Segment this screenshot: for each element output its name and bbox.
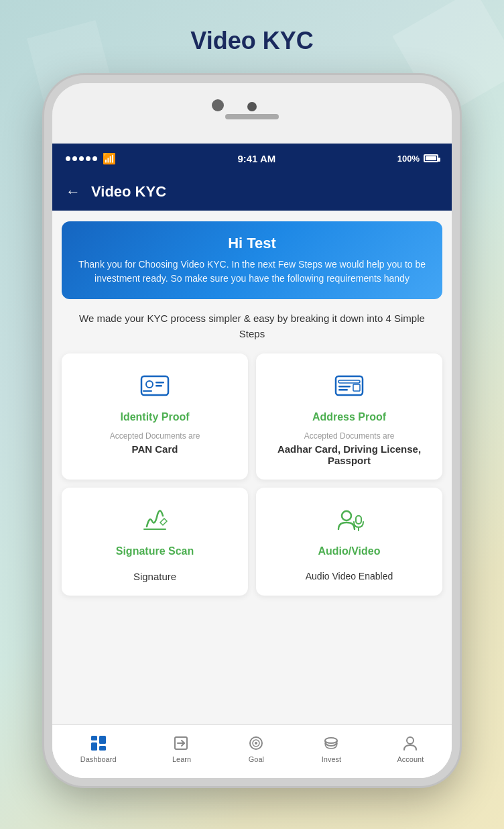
identity-proof-icon bbox=[136, 367, 174, 404]
svg-point-21 bbox=[255, 742, 257, 744]
signature-scan-title: Signature Scan bbox=[116, 545, 194, 557]
dashboard-icon bbox=[89, 734, 108, 753]
invest-icon bbox=[322, 734, 340, 753]
welcome-name: Hi Test bbox=[72, 235, 432, 252]
welcome-text: Thank you for Choosing Video KYC. In the… bbox=[72, 258, 432, 286]
page-title: Video KYC bbox=[190, 27, 313, 55]
app-header: ← Video KYC bbox=[52, 173, 452, 211]
welcome-banner: Hi Test Thank you for Choosing Video KYC… bbox=[62, 221, 442, 299]
svg-point-1 bbox=[146, 381, 153, 388]
signature-scan-icon bbox=[136, 501, 174, 539]
front-camera-icon bbox=[212, 99, 224, 111]
power-button bbox=[458, 237, 460, 291]
nav-dashboard[interactable]: Dashboard bbox=[80, 734, 117, 763]
svg-rect-13 bbox=[91, 736, 97, 740]
phone-screen: 📶 9:41 AM 100% ← Video KYC Hi Test Thank… bbox=[52, 144, 452, 778]
bottom-nav: Dashboard Learn bbox=[52, 724, 452, 778]
address-proof-subtitle: Accepted Documents are bbox=[304, 431, 395, 441]
camera-icon bbox=[247, 102, 257, 111]
signal-dot-2 bbox=[72, 156, 77, 161]
nav-goal[interactable]: Goal bbox=[247, 734, 265, 763]
back-button[interactable]: ← bbox=[66, 183, 80, 201]
goal-icon bbox=[247, 734, 265, 753]
status-time: 9:41 AM bbox=[237, 153, 275, 164]
svg-rect-4 bbox=[143, 390, 152, 392]
signal-dots bbox=[66, 156, 97, 161]
audio-video-title: Audio/Video bbox=[318, 545, 380, 557]
signal-dot-3 bbox=[79, 156, 84, 161]
phone-top bbox=[52, 83, 452, 144]
nav-learn[interactable]: Learn bbox=[172, 734, 191, 763]
speaker-icon bbox=[225, 114, 279, 119]
address-proof-icon bbox=[330, 367, 368, 404]
audio-video-icon bbox=[330, 501, 368, 539]
learn-icon bbox=[172, 734, 191, 753]
status-right: 100% bbox=[397, 154, 438, 164]
nav-account[interactable]: Account bbox=[397, 734, 424, 763]
address-proof-card[interactable]: Address Proof Accepted Documents are Aad… bbox=[256, 353, 442, 480]
address-proof-doc: Aadhar Card, Driving License, Passport bbox=[265, 443, 433, 466]
nav-goal-label: Goal bbox=[249, 755, 264, 763]
audio-video-doc: Audio Video Enabled bbox=[306, 571, 393, 582]
svg-rect-8 bbox=[338, 389, 348, 391]
svg-point-22 bbox=[325, 738, 337, 743]
nav-invest-label: Invest bbox=[322, 755, 341, 763]
svg-rect-0 bbox=[141, 376, 168, 395]
svg-rect-2 bbox=[155, 382, 164, 384]
phone-frame: 📶 9:41 AM 100% ← Video KYC Hi Test Thank… bbox=[44, 75, 460, 786]
volume-up-button bbox=[44, 224, 46, 264]
signature-scan-doc: Signature bbox=[133, 571, 176, 582]
info-text: We made your KYC process simpler & easy … bbox=[72, 311, 432, 341]
svg-rect-3 bbox=[155, 385, 162, 387]
volume-mute-button bbox=[44, 184, 46, 211]
identity-proof-doc: PAN Card bbox=[132, 443, 178, 455]
svg-rect-9 bbox=[353, 384, 360, 391]
battery-percentage: 100% bbox=[397, 154, 420, 164]
signature-scan-card[interactable]: Signature Scan Signature bbox=[62, 488, 248, 596]
signal-dot-4 bbox=[86, 156, 90, 161]
identity-proof-card[interactable]: Identity Proof Accepted Documents are PA… bbox=[62, 353, 248, 480]
svg-rect-16 bbox=[99, 746, 106, 751]
nav-invest[interactable]: Invest bbox=[322, 734, 341, 763]
cards-grid: Identity Proof Accepted Documents are PA… bbox=[62, 353, 442, 596]
nav-account-label: Account bbox=[397, 755, 424, 763]
volume-down-button bbox=[44, 278, 46, 318]
svg-point-23 bbox=[407, 737, 414, 744]
identity-proof-subtitle: Accepted Documents are bbox=[110, 431, 200, 441]
battery-icon bbox=[424, 154, 438, 162]
svg-rect-11 bbox=[356, 516, 361, 524]
identity-proof-title: Identity Proof bbox=[120, 411, 189, 423]
status-bar: 📶 9:41 AM 100% bbox=[52, 144, 452, 173]
svg-rect-15 bbox=[99, 736, 106, 744]
header-title: Video KYC bbox=[91, 183, 166, 201]
svg-rect-7 bbox=[338, 386, 351, 388]
svg-rect-6 bbox=[338, 380, 360, 383]
nav-learn-label: Learn bbox=[172, 755, 191, 763]
svg-rect-14 bbox=[91, 742, 97, 751]
address-proof-title: Address Proof bbox=[312, 411, 386, 423]
svg-point-10 bbox=[342, 511, 351, 520]
signal-dot-5 bbox=[92, 156, 97, 161]
account-icon bbox=[401, 734, 420, 753]
audio-video-card[interactable]: Audio/Video Audio Video Enabled bbox=[256, 488, 442, 596]
status-left: 📶 bbox=[66, 152, 116, 165]
wifi-icon: 📶 bbox=[103, 152, 116, 165]
signal-dot-1 bbox=[66, 156, 70, 161]
nav-dashboard-label: Dashboard bbox=[80, 755, 117, 763]
